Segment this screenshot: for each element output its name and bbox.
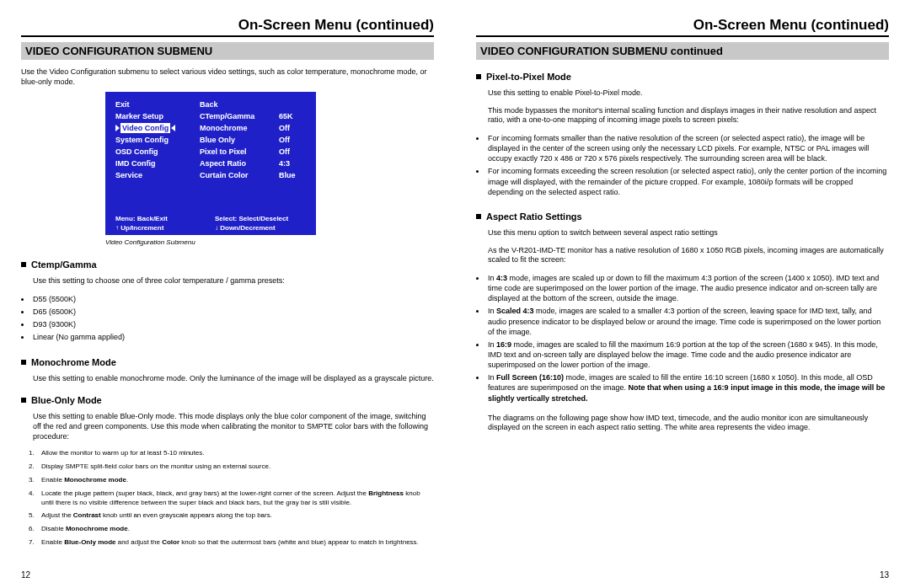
osd-col-mid: Back — [200, 100, 279, 109]
aspect-t1: Use this menu option to switch between s… — [488, 228, 889, 238]
step: Adjust the Contrast knob until an even g… — [36, 511, 434, 521]
p2p-list: For incoming formats smaller than the na… — [486, 133, 889, 200]
arrow-left-icon — [171, 125, 175, 131]
bullet-square-icon — [476, 74, 481, 79]
list-item: In Full Screen (16:10) mode, images are … — [486, 372, 889, 403]
osd-screenshot: ExitBack Marker SetupCTemp/Gamma65K Vide… — [105, 92, 316, 235]
subhead-blue: Blue-Only Mode — [21, 395, 434, 405]
bullet-square-icon — [21, 262, 26, 267]
osd-help: Menu: Back/ExitSelect: Select/Deselect ↑… — [112, 213, 309, 232]
ctemp-list: D55 (5500K) D65 (6500K) D93 (9300K) Line… — [31, 294, 434, 345]
page-left: On-Screen Menu (continued) VIDEO CONFIGU… — [0, 0, 455, 588]
section-heading: VIDEO CONFIGURATION SUBMENU continued — [476, 42, 889, 60]
osd-col-left: Exit — [112, 100, 200, 109]
subhead-mono: Monochrome Mode — [21, 357, 434, 367]
step: Allow the monitor to warm up for at leas… — [36, 449, 434, 458]
page-number: 12 — [21, 570, 434, 580]
ctemp-text: Use this setting to choose one of three … — [33, 276, 434, 286]
aspect-list: In 4:3 mode, images are scaled up or dow… — [486, 273, 889, 406]
step: Display SMPTE split-field color bars on … — [36, 462, 434, 472]
page-title: On-Screen Menu (continued) — [476, 17, 889, 35]
bullet-square-icon — [476, 214, 481, 219]
step: Locate the pluge pattern (super black, b… — [36, 489, 434, 508]
bullet-square-icon — [21, 398, 26, 403]
step: Enable Blue-Only mode and adjust the Col… — [36, 538, 434, 548]
list-item: In Scaled 4:3 mode, images are scaled to… — [486, 306, 889, 336]
step: Enable Monochrome mode. — [36, 476, 434, 485]
p2p-t1: Use this setting to enable Pixel-to-Pixe… — [488, 88, 889, 99]
osd-caption: Video Configuration Submenu — [105, 238, 434, 246]
aspect-t2: As the V-R201-IMD-TE monitor has a nativ… — [488, 246, 889, 265]
list-item: In 16:9 mode, images are scaled to fill … — [486, 339, 889, 370]
subhead-p2p: Pixel-to-Pixel Mode — [476, 72, 889, 82]
page-right: On-Screen Menu (continued) VIDEO CONFIGU… — [455, 0, 910, 588]
subhead-ctemp: Ctemp/Gamma — [21, 259, 434, 270]
osd-screenshot-wrap: ExitBack Marker SetupCTemp/Gamma65K Vide… — [105, 92, 434, 253]
mono-text: Use this setting to enable monochrome mo… — [33, 374, 434, 384]
blue-steps: Allow the monitor to warm up for at leas… — [36, 449, 434, 551]
bullet-square-icon — [21, 360, 26, 365]
p2p-t2: This mode bypasses the monitor's interna… — [488, 106, 889, 126]
page-title-rule: On-Screen Menu (continued) — [476, 17, 889, 37]
step: Disable Monochrome mode. — [36, 525, 434, 534]
aspect-t3: The diagrams on the following page show … — [488, 414, 889, 433]
intro-text: Use the Video Configuration submenu to s… — [21, 67, 434, 87]
blue-text: Use this setting to enable Blue-Only mod… — [33, 412, 434, 441]
page-title: On-Screen Menu (continued) — [21, 17, 434, 35]
section-heading: VIDEO CONFIGURATION SUBMENU — [21, 42, 434, 60]
page-number: 13 — [476, 570, 889, 580]
list-item: In 4:3 mode, images are scaled up or dow… — [486, 273, 889, 303]
osd-selected-left: Video Config — [112, 123, 200, 133]
subhead-aspect: Aspect Ratio Settings — [476, 211, 889, 222]
arrow-right-icon — [115, 125, 120, 131]
page-title-rule: On-Screen Menu (continued) — [21, 17, 434, 37]
